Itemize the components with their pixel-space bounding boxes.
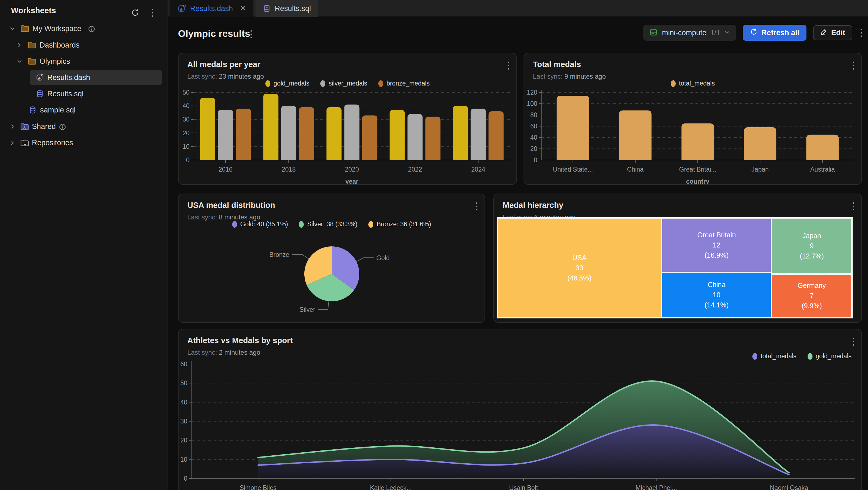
sidebar: Worksheets My Workspace Dashboards O	[0, 0, 168, 490]
bar-bronze_medals-2018[interactable]	[299, 107, 314, 160]
sidebar-item-label: My Workspace	[32, 25, 81, 33]
svg-text:2016: 2016	[218, 166, 232, 173]
page-title-kebab-icon[interactable]	[250, 30, 252, 38]
compute-selector[interactable]: mini-compute 1/1	[643, 25, 736, 41]
svg-text:2020: 2020	[345, 166, 359, 173]
pencil-icon	[820, 28, 827, 37]
folder-icon	[20, 24, 30, 33]
svg-text:80: 80	[530, 111, 537, 118]
tab-results-sql[interactable]: Results.sql	[255, 0, 318, 17]
bar-total_medals-Japan[interactable]	[744, 127, 776, 160]
header-kebab-icon[interactable]	[861, 29, 862, 37]
bar-silver_medals-2016[interactable]	[218, 110, 233, 160]
sidebar-header: Worksheets	[0, 3, 167, 18]
sidebar-kebab-icon[interactable]	[147, 7, 158, 19]
treemap-cell-germany[interactable]: Germany7(9.9%)	[772, 275, 851, 317]
info-icon[interactable]	[87, 25, 96, 33]
bar-silver_medals-2020[interactable]	[344, 105, 360, 160]
sidebar-item-results-dash[interactable]: Results.dash	[0, 69, 167, 86]
sidebar-item-olympics[interactable]: Olympics	[0, 53, 167, 69]
sidebar-item-label: Results.dash	[47, 74, 90, 82]
bar-silver_medals-2022[interactable]	[408, 114, 423, 160]
svg-text:50: 50	[182, 89, 189, 96]
bar-silver_medals-2018[interactable]	[281, 106, 297, 160]
svg-text:Australia: Australia	[810, 166, 835, 173]
svg-text:2018: 2018	[282, 166, 296, 173]
tab-label: Results.sql	[275, 4, 311, 13]
treemap-cell-usa[interactable]: USA33(46.5%)	[498, 219, 661, 317]
bar-gold_medals-2018[interactable]	[264, 94, 279, 160]
bar-total_medals-United State...[interactable]	[557, 96, 589, 160]
chevron-down-icon[interactable]	[16, 57, 24, 65]
svg-text:United State...: United State...	[553, 166, 593, 173]
folder-icon	[27, 40, 37, 50]
bar-bronze_medals-2022[interactable]	[426, 117, 441, 160]
bar-chart-total-medals[interactable]: 020406080100120United State...ChinaGreat…	[524, 53, 861, 184]
panel-title: Medal hierarchy	[503, 201, 563, 210]
chevron-down-icon	[724, 29, 731, 36]
svg-text:Japan: Japan	[751, 166, 769, 173]
database-icon	[35, 89, 44, 98]
svg-text:2022: 2022	[408, 166, 422, 173]
edit-label: Edit	[831, 29, 845, 37]
sidebar-item-shared[interactable]: Shared	[0, 118, 167, 135]
tab-results-dash[interactable]: Results.dash	[170, 0, 253, 17]
bar-gold_medals-2020[interactable]	[327, 107, 342, 160]
chevron-right-icon[interactable]	[8, 139, 17, 147]
chevron-right-icon[interactable]	[16, 41, 24, 49]
sidebar-item-my-workspace[interactable]: My Workspace	[0, 21, 167, 36]
svg-text:China: China	[627, 166, 644, 173]
bar-total_medals-China[interactable]	[619, 111, 652, 160]
svg-text:60: 60	[530, 123, 537, 130]
area-chart-athletes[interactable]: 0102030405060Simone BilesKatie Ledeck...…	[179, 329, 861, 490]
bar-gold_medals-2016[interactable]	[200, 98, 215, 160]
treemap-cell-great-britain[interactable]: Great Britain12(16.9%)	[662, 219, 771, 272]
dashboard-file-icon	[35, 73, 44, 82]
bar-bronze_medals-2016[interactable]	[236, 109, 251, 160]
svg-text:40: 40	[182, 102, 189, 110]
edit-button[interactable]: Edit	[813, 25, 852, 40]
bar-total_medals-Australia[interactable]	[806, 135, 839, 160]
bar-gold_medals-2024[interactable]	[453, 106, 468, 160]
close-icon[interactable]	[240, 5, 246, 12]
folder-icon	[27, 56, 37, 66]
svg-text:100: 100	[527, 100, 537, 107]
bar-gold_medals-2022[interactable]	[390, 110, 405, 160]
info-icon[interactable]	[58, 123, 66, 131]
bar-chart-all-medals[interactable]: 0102030405020162018202020222024year	[179, 53, 517, 184]
svg-text:120: 120	[527, 89, 537, 96]
svg-text:10: 10	[180, 456, 187, 463]
treemap-medal-hierarchy[interactable]: USA33(46.5%)Great Britain12(16.9%)China1…	[497, 217, 852, 318]
panel-kebab-icon[interactable]	[853, 202, 854, 210]
bar-bronze_medals-2024[interactable]	[489, 111, 504, 160]
svg-text:30: 30	[182, 116, 189, 123]
svg-text:country: country	[686, 178, 710, 184]
treemap-cell-china[interactable]: China10(14.1%)	[662, 273, 771, 317]
svg-text:2024: 2024	[471, 166, 485, 173]
repository-folder-icon	[19, 138, 30, 148]
bar-bronze_medals-2020[interactable]	[362, 115, 377, 160]
chevron-right-icon[interactable]	[8, 122, 17, 131]
treemap-cell-japan[interactable]: Japan9(12.7%)	[772, 219, 851, 273]
sidebar-item-sample-sql[interactable]: sample.sql	[0, 102, 167, 118]
sidebar-item-results-sql[interactable]: Results.sql	[0, 86, 167, 102]
tab-bar: Results.dash Results.sql	[168, 0, 868, 17]
bar-silver_medals-2024[interactable]	[471, 109, 486, 160]
header-controls: mini-compute 1/1 Refresh all Edit	[643, 25, 862, 41]
chevron-down-icon[interactable]	[8, 25, 17, 33]
svg-text:0: 0	[534, 156, 537, 164]
panel-athletes-vs-medals: Athletes vs Medals by sport Last sync: 2…	[178, 329, 862, 490]
sidebar-item-repositories[interactable]: Repositories	[0, 135, 167, 151]
refresh-all-button[interactable]: Refresh all	[743, 25, 806, 41]
sidebar-item-dashboards[interactable]: Dashboards	[0, 37, 167, 53]
sidebar-item-label: Repositories	[32, 139, 73, 147]
refresh-icon[interactable]	[129, 7, 141, 19]
tab-label: Results.dash	[190, 4, 233, 13]
compute-icon	[649, 28, 658, 38]
bar-total_medals-Great Britai...[interactable]	[681, 123, 714, 160]
pie-chart-usa-medals[interactable]: GoldSilverBronze	[179, 194, 485, 322]
refresh-icon	[750, 28, 757, 38]
panel-total-medals: Total medals Last sync: 9 minutes ago to…	[524, 53, 862, 185]
page-title: Olympic results	[178, 28, 250, 39]
svg-text:40: 40	[180, 399, 187, 406]
